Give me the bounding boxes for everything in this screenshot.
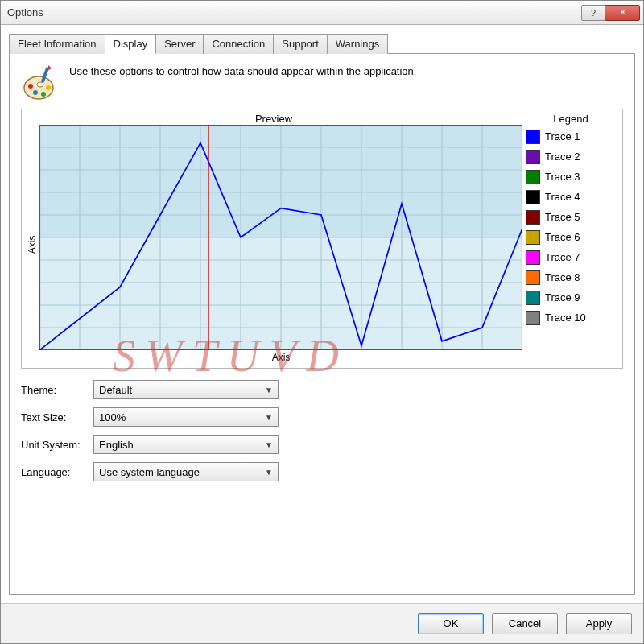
legend-swatch <box>526 230 540 245</box>
svg-point-3 <box>41 92 46 97</box>
legend-label: Trace 7 <box>545 251 580 263</box>
legend-label: Trace 4 <box>545 191 580 203</box>
language-label: Language: <box>21 466 93 478</box>
legend-item: Trace 8 <box>526 267 616 287</box>
legend-item: Trace 6 <box>526 227 616 247</box>
chevron-down-icon: ▼ <box>265 386 273 394</box>
svg-point-2 <box>33 90 38 95</box>
tab-server[interactable]: Server <box>155 34 204 54</box>
legend: Trace 1Trace 2Trace 3Trace 4Trace 5Trace… <box>522 125 619 365</box>
theme-label: Theme: <box>21 384 93 396</box>
legend-swatch <box>526 150 540 164</box>
description-row: Use these options to control how data sh… <box>21 64 623 102</box>
legend-title: Legend <box>522 113 619 125</box>
tab-support[interactable]: Support <box>273 34 328 54</box>
text-size-select[interactable]: 100% ▼ <box>93 407 279 427</box>
legend-item: Trace 7 <box>526 247 616 267</box>
legend-item: Trace 4 <box>526 187 616 207</box>
dialog-buttons: OK Cancel Apply <box>1 603 643 643</box>
display-panel: Use these options to control how data sh… <box>9 53 635 595</box>
cancel-button[interactable]: Cancel <box>492 613 558 634</box>
titlebar: Options ? ✕ <box>1 1 643 25</box>
legend-swatch <box>526 270 540 285</box>
svg-point-5 <box>37 82 43 87</box>
close-icon: ✕ <box>619 7 626 18</box>
preview-chart <box>39 125 522 350</box>
legend-label: Trace 3 <box>545 171 580 183</box>
preview-box: Preview Legend Axis Axis Trace 1Trace 2T… <box>21 109 623 369</box>
legend-item: Trace 5 <box>526 207 616 227</box>
help-button[interactable]: ? <box>581 5 605 21</box>
legend-label: Trace 5 <box>545 211 580 223</box>
legend-label: Trace 2 <box>545 151 580 163</box>
legend-swatch <box>526 210 540 225</box>
help-icon: ? <box>591 8 596 18</box>
chevron-down-icon: ▼ <box>265 468 273 477</box>
language-select[interactable]: Use system language ▼ <box>93 462 279 481</box>
legend-label: Trace 8 <box>545 271 580 283</box>
x-axis-label: Axis <box>39 350 522 365</box>
window-controls: ? ✕ <box>582 5 640 21</box>
theme-select[interactable]: Default ▼ <box>93 380 279 399</box>
chevron-down-icon: ▼ <box>265 440 273 449</box>
legend-swatch <box>526 170 540 184</box>
legend-item: Trace 10 <box>526 308 616 328</box>
apply-button[interactable]: Apply <box>566 613 632 634</box>
legend-label: Trace 10 <box>545 312 586 324</box>
legend-swatch <box>526 190 540 204</box>
ok-button[interactable]: OK <box>418 613 484 634</box>
unit-system-select[interactable]: English ▼ <box>93 435 279 454</box>
legend-swatch <box>526 291 540 305</box>
close-button[interactable]: ✕ <box>605 5 640 21</box>
tab-display[interactable]: Display <box>105 34 157 54</box>
tab-fleet-information[interactable]: Fleet Information <box>9 34 105 54</box>
options-dialog: Options ? ✕ Fleet Information Display Se… <box>0 0 644 644</box>
description-text: Use these options to control how data sh… <box>69 64 416 77</box>
tab-warnings[interactable]: Warnings <box>327 34 388 54</box>
display-form: Theme: Default ▼ Text Size: 100% ▼ Unit … <box>21 380 623 489</box>
legend-item: Trace 2 <box>526 147 616 167</box>
preview-title: Preview <box>25 113 522 125</box>
palette-icon <box>21 64 60 102</box>
chevron-down-icon: ▼ <box>265 413 273 422</box>
legend-label: Trace 6 <box>545 231 580 243</box>
window-title: Options <box>7 6 582 19</box>
legend-label: Trace 9 <box>545 291 580 303</box>
legend-swatch <box>526 311 540 325</box>
text-size-label: Text Size: <box>21 411 93 423</box>
legend-item: Trace 3 <box>526 167 616 187</box>
legend-swatch <box>526 130 540 144</box>
legend-item: Trace 9 <box>526 287 616 308</box>
legend-label: Trace 1 <box>545 130 580 142</box>
unit-system-label: Unit System: <box>21 439 93 451</box>
legend-swatch <box>526 250 540 265</box>
tab-connection[interactable]: Connection <box>203 34 274 54</box>
legend-item: Trace 1 <box>526 126 616 147</box>
svg-point-1 <box>28 84 33 89</box>
svg-point-4 <box>46 85 51 90</box>
y-axis-label: Axis <box>25 125 39 365</box>
tabstrip: Fleet Information Display Server Connect… <box>1 25 643 53</box>
